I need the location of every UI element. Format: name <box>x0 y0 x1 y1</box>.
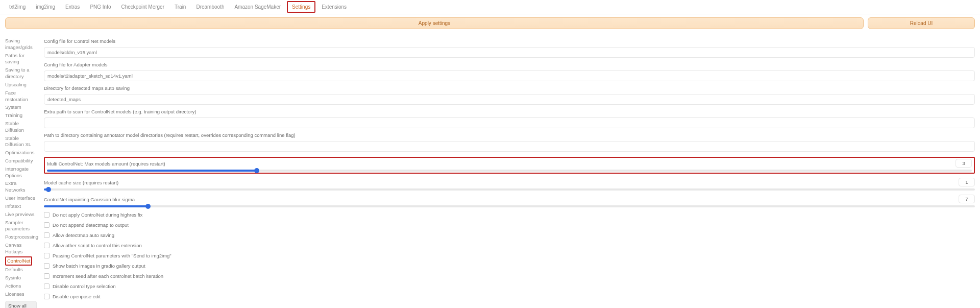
check-show-batch-gallery: Show batch images in gradio gallery outp… <box>44 263 975 269</box>
sidebar-item-sd[interactable]: Stable Diffusion <box>5 120 37 134</box>
extra-path-label: Extra path to scan for ControlNet models… <box>44 109 975 114</box>
config-cnet-label: Config file for Control Net models <box>44 38 975 44</box>
checkbox[interactable] <box>44 273 50 279</box>
checkbox[interactable] <box>44 212 50 218</box>
checkbox[interactable] <box>44 294 50 299</box>
check-label: Do not append detectmap to output <box>53 222 129 228</box>
apply-settings-button[interactable]: Apply settings <box>5 17 864 29</box>
reload-ui-button[interactable]: Reload UI <box>868 17 975 29</box>
cache-slider[interactable] <box>44 188 975 191</box>
check-label: Allow detectmap auto saving <box>53 232 114 238</box>
sidebar-item-canvas-hotkeys[interactable]: Canvas Hotkeys <box>5 242 37 256</box>
tab-txt2img[interactable]: txt2img <box>5 2 30 12</box>
settings-sidebar: Saving images/grids Paths for saving Sav… <box>5 37 37 308</box>
sidebar-item-controlnet[interactable]: ControlNet <box>5 256 32 266</box>
extra-path-input[interactable] <box>44 117 975 128</box>
sidebar-item-infotext[interactable]: Infotext <box>5 203 37 210</box>
checkbox[interactable] <box>44 232 50 238</box>
detected-dir-input[interactable] <box>44 94 975 105</box>
sidebar-item-interrogate[interactable]: Interrogate Options <box>5 165 37 180</box>
sidebar-item-actions[interactable]: Actions <box>5 282 37 290</box>
tab-sagemaker[interactable]: Amazon SageMaker <box>230 2 285 12</box>
sidebar-item-sampler[interactable]: Sampler parameters <box>5 219 37 233</box>
sidebar-item-live-previews[interactable]: Live previews <box>5 211 37 219</box>
checkbox[interactable] <box>44 283 50 289</box>
settings-content: Config file for Control Net models Confi… <box>44 37 975 308</box>
multi-controlnet-slider[interactable] <box>47 170 972 172</box>
sidebar-item-postprocessing[interactable]: Postprocessing <box>5 233 37 241</box>
tab-checkpoint-merger[interactable]: Checkpoint Merger <box>117 2 168 12</box>
check-label: Do not apply ControlNet during highres f… <box>53 212 142 218</box>
blur-slider[interactable] <box>44 205 975 207</box>
multi-controlnet-value[interactable]: 3 <box>955 159 972 168</box>
sidebar-item-saving-dir[interactable]: Saving to a directory <box>5 66 37 81</box>
sidebar-item-sdxl[interactable]: Stable Diffusion XL <box>5 135 37 149</box>
sidebar-item-system[interactable]: System <box>5 104 37 111</box>
cache-value[interactable]: 1 <box>959 178 975 186</box>
top-tabs: txt2img img2img Extras PNG Info Checkpoi… <box>0 0 980 14</box>
check-disable-control-type: Disable control type selection <box>44 283 975 289</box>
cache-slider-block: Model cache size (requires restart) 1 <box>44 178 975 191</box>
check-increment-seed: Increment seed after each controlnet bat… <box>44 273 975 279</box>
check-label: Increment seed after each controlnet bat… <box>53 273 163 279</box>
sidebar-item-ui[interactable]: User interface <box>5 195 37 202</box>
check-label: Allow other script to control this exten… <box>53 243 142 248</box>
check-pass-send-img2img: Passing ControlNet parameters with "Send… <box>44 253 975 258</box>
detected-dir-label: Directory for detected maps auto saving <box>44 85 975 91</box>
tab-dreambooth[interactable]: Dreambooth <box>192 2 228 12</box>
sidebar-item-licenses[interactable]: Licenses <box>5 291 37 298</box>
sidebar-item-paths[interactable]: Paths for saving <box>5 52 37 66</box>
check-no-highres: Do not apply ControlNet during highres f… <box>44 212 975 218</box>
sidebar-item-extra-networks[interactable]: Extra Networks <box>5 180 37 194</box>
sidebar-item-training[interactable]: Training <box>5 112 37 120</box>
multi-controlnet-slider-block: Multi ControlNet: Max models amount (req… <box>44 157 975 174</box>
tab-train[interactable]: Train <box>170 2 190 12</box>
tab-pnginfo[interactable]: PNG Info <box>86 2 115 12</box>
show-all-pages-button[interactable]: Show all pages <box>5 301 37 308</box>
sidebar-item-saving-images[interactable]: Saving images/grids <box>5 37 37 52</box>
sidebar-item-optimizations[interactable]: Optimizations <box>5 149 37 157</box>
check-label: Disable control type selection <box>53 283 116 289</box>
sidebar-item-compatibility[interactable]: Compatibility <box>5 157 37 165</box>
sidebar-item-defaults[interactable]: Defaults <box>5 266 37 274</box>
check-no-append-detectmap: Do not append detectmap to output <box>44 222 975 228</box>
blur-value[interactable]: 7 <box>959 195 975 203</box>
sidebar-item-sysinfo[interactable]: Sysinfo <box>5 274 37 282</box>
blur-slider-block: ControlNet inpainting Gaussian blur sigm… <box>44 195 975 207</box>
blur-label: ControlNet inpainting Gaussian blur sigm… <box>44 197 135 202</box>
tab-settings[interactable]: Settings <box>287 1 315 13</box>
action-bar: Apply settings Reload UI <box>0 14 980 32</box>
multi-controlnet-label: Multi ControlNet: Max models amount (req… <box>47 161 165 167</box>
tab-img2img[interactable]: img2img <box>32 2 59 12</box>
checkbox[interactable] <box>44 263 50 269</box>
cache-label: Model cache size (requires restart) <box>44 180 118 185</box>
check-allow-other-script: Allow other script to control this exten… <box>44 243 975 248</box>
config-adapter-input[interactable] <box>44 70 975 81</box>
annotator-path-input[interactable] <box>44 141 975 152</box>
annotator-path-label: Path to directory containing annotator m… <box>44 132 975 138</box>
checkbox[interactable] <box>44 253 50 258</box>
tab-extras[interactable]: Extras <box>61 2 84 12</box>
sidebar-item-face-restoration[interactable]: Face restoration <box>5 89 37 104</box>
tab-extensions[interactable]: Extensions <box>317 2 351 12</box>
checkbox[interactable] <box>44 222 50 228</box>
config-cnet-input[interactable] <box>44 47 975 58</box>
checkbox[interactable] <box>44 243 50 248</box>
check-allow-detectmap-save: Allow detectmap auto saving <box>44 232 975 238</box>
check-label: Show batch images in gradio gallery outp… <box>53 263 145 269</box>
check-label: Passing ControlNet parameters with "Send… <box>53 253 172 258</box>
sidebar-item-upscaling[interactable]: Upscaling <box>5 81 37 89</box>
check-disable-openpose-edit: Disable openpose edit <box>44 294 975 299</box>
check-label: Disable openpose edit <box>53 294 101 299</box>
config-adapter-label: Config file for Adapter models <box>44 62 975 67</box>
